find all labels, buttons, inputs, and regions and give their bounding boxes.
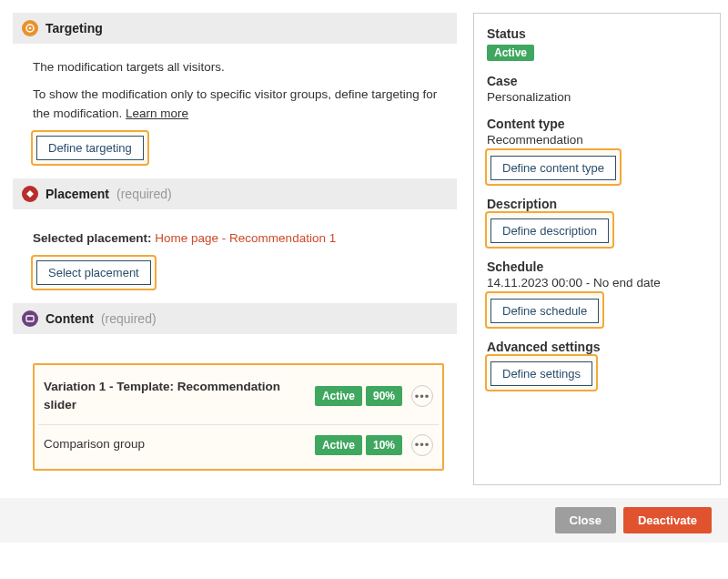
content-row[interactable]: Comparison group Active 10% •••: [38, 424, 439, 465]
content-type-value: Recommendation: [487, 133, 700, 147]
schedule-heading: Schedule: [487, 259, 700, 274]
content-rows: Variation 1 - Template: Recommendation s…: [33, 363, 444, 471]
status-value-badge: Active: [487, 45, 534, 61]
status-heading: Status: [487, 26, 700, 41]
define-content-type-button[interactable]: Define content type: [490, 156, 616, 180]
close-button[interactable]: Close: [555, 507, 616, 533]
footer: Close Deactivate: [0, 498, 728, 543]
required-label: (required): [101, 311, 157, 326]
content-row-label: Comparison group: [44, 435, 315, 453]
define-description-button[interactable]: Define description: [490, 218, 609, 243]
placement-icon: [22, 186, 38, 202]
targeting-header: Targeting: [13, 13, 457, 44]
content-row[interactable]: Variation 1 - Template: Recommendation s…: [38, 369, 439, 424]
row-actions-icon[interactable]: •••: [411, 434, 433, 456]
deactivate-button[interactable]: Deactivate: [623, 507, 712, 533]
target-icon: [22, 20, 38, 36]
placement-title: Placement: [46, 187, 109, 201]
define-targeting-button[interactable]: Define targeting: [36, 136, 144, 160]
selected-placement-line: Selected placement: Home page - Recommen…: [33, 229, 444, 248]
content-row-label: Variation 1 - Template: Recommendation s…: [44, 378, 315, 415]
content-title: Content: [46, 311, 94, 326]
content-type-heading: Content type: [487, 117, 700, 131]
define-schedule-button[interactable]: Define schedule: [490, 299, 599, 323]
case-value: Personalization: [487, 90, 700, 104]
sidebar: Status Active Case Personalization Conte…: [473, 13, 721, 485]
case-heading: Case: [487, 74, 700, 88]
percent-badge: 10%: [366, 435, 402, 455]
selected-placement-value: Home page - Recommendation 1: [155, 231, 336, 245]
define-settings-button[interactable]: Define settings: [490, 361, 592, 386]
learn-more-link[interactable]: Learn more: [126, 107, 188, 120]
content-icon: [22, 310, 38, 327]
schedule-value: 14.11.2023 00:00 - No end date: [487, 276, 700, 290]
content-header: Content (required): [13, 303, 457, 334]
placement-header: Placement (required): [13, 178, 457, 209]
svg-point-1: [29, 27, 32, 30]
required-label: (required): [116, 187, 172, 201]
targeting-text-1: The modification targets all visitors.: [33, 58, 444, 76]
svg-rect-2: [26, 316, 34, 321]
status-badge: Active: [315, 435, 362, 455]
percent-badge: 90%: [366, 386, 402, 406]
status-badge: Active: [315, 386, 362, 406]
select-placement-button[interactable]: Select placement: [36, 260, 151, 285]
description-heading: Description: [487, 197, 700, 211]
targeting-text-2: To show the modification only to specifi…: [33, 86, 444, 123]
advanced-heading: Advanced settings: [487, 340, 700, 354]
targeting-title: Targeting: [46, 21, 103, 36]
row-actions-icon[interactable]: •••: [411, 385, 433, 407]
